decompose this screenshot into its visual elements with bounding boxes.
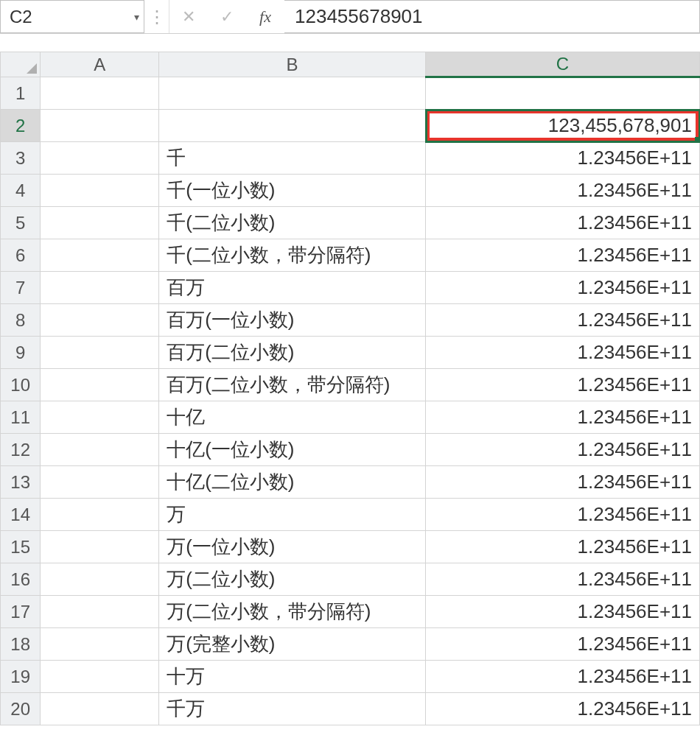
cell-B11[interactable]: 十亿 bbox=[159, 401, 426, 434]
formula-input[interactable]: 123455678901 bbox=[284, 0, 700, 33]
cell-A15[interactable] bbox=[41, 531, 159, 563]
cell-C11[interactable]: 1.23456E+11 bbox=[426, 401, 700, 434]
cell-B18[interactable]: 万(完整小数) bbox=[159, 628, 426, 661]
table-row: 7百万1.23456E+11 bbox=[1, 272, 700, 304]
table-row: 2123,455,678,901 bbox=[1, 110, 700, 142]
cell-B3[interactable]: 千 bbox=[159, 142, 426, 175]
row-header[interactable]: 1 bbox=[1, 77, 41, 110]
column-header-C[interactable]: C bbox=[426, 52, 700, 77]
row-header[interactable]: 4 bbox=[1, 175, 41, 207]
select-all-corner[interactable] bbox=[1, 52, 41, 77]
row-header[interactable]: 6 bbox=[1, 239, 41, 272]
cell-B9[interactable]: 百万(二位小数) bbox=[159, 337, 426, 369]
row-header[interactable]: 17 bbox=[1, 596, 41, 628]
cell-B6[interactable]: 千(二位小数，带分隔符) bbox=[159, 239, 426, 272]
table-row: 18万(完整小数)1.23456E+11 bbox=[1, 628, 700, 661]
row-header[interactable]: 18 bbox=[1, 628, 41, 661]
cell-B5[interactable]: 千(二位小数) bbox=[159, 207, 426, 239]
cell-A19[interactable] bbox=[41, 661, 159, 693]
cell-C8[interactable]: 1.23456E+11 bbox=[426, 304, 700, 337]
name-box-dropdown-icon[interactable]: ▾ bbox=[134, 11, 139, 23]
row-header[interactable]: 8 bbox=[1, 304, 41, 337]
cell-A5[interactable] bbox=[41, 207, 159, 239]
row-header[interactable]: 11 bbox=[1, 401, 41, 434]
cell-B16[interactable]: 万(二位小数) bbox=[159, 563, 426, 596]
cell-B12[interactable]: 十亿(一位小数) bbox=[159, 434, 426, 466]
row-header[interactable]: 12 bbox=[1, 434, 41, 466]
table-row: 17万(二位小数，带分隔符)1.23456E+11 bbox=[1, 596, 700, 628]
cell-B1[interactable] bbox=[159, 77, 426, 110]
cell-A12[interactable] bbox=[41, 434, 159, 466]
cell-C6[interactable]: 1.23456E+11 bbox=[426, 239, 700, 272]
row-header[interactable]: 3 bbox=[1, 142, 41, 175]
cell-A16[interactable] bbox=[41, 563, 159, 596]
cell-C15[interactable]: 1.23456E+11 bbox=[426, 531, 700, 563]
cell-B10[interactable]: 百万(二位小数，带分隔符) bbox=[159, 369, 426, 401]
table-row: 8百万(一位小数)1.23456E+11 bbox=[1, 304, 700, 337]
cell-B17[interactable]: 万(二位小数，带分隔符) bbox=[159, 596, 426, 628]
cell-A4[interactable] bbox=[41, 175, 159, 207]
table-row: 11十亿1.23456E+11 bbox=[1, 401, 700, 434]
cell-C9[interactable]: 1.23456E+11 bbox=[426, 337, 700, 369]
cell-C2[interactable]: 123,455,678,901 bbox=[426, 110, 700, 142]
cell-B13[interactable]: 十亿(二位小数) bbox=[159, 466, 426, 499]
row-header[interactable]: 10 bbox=[1, 369, 41, 401]
row-header[interactable]: 20 bbox=[1, 693, 41, 725]
cell-B8[interactable]: 百万(一位小数) bbox=[159, 304, 426, 337]
row-header[interactable]: 14 bbox=[1, 499, 41, 531]
table-row: 19十万1.23456E+11 bbox=[1, 661, 700, 693]
row-header[interactable]: 7 bbox=[1, 272, 41, 304]
enter-formula-icon[interactable]: ✓ bbox=[208, 0, 246, 33]
cell-B19[interactable]: 十万 bbox=[159, 661, 426, 693]
row-header[interactable]: 5 bbox=[1, 207, 41, 239]
insert-function-icon[interactable]: fx bbox=[246, 0, 284, 33]
formula-bar: C2 ▾ ⋮ ✕ ✓ fx 123455678901 bbox=[0, 0, 700, 34]
cell-A9[interactable] bbox=[41, 337, 159, 369]
row-header[interactable]: 13 bbox=[1, 466, 41, 499]
cell-B14[interactable]: 万 bbox=[159, 499, 426, 531]
cell-A13[interactable] bbox=[41, 466, 159, 499]
row-header[interactable]: 16 bbox=[1, 563, 41, 596]
cell-C3[interactable]: 1.23456E+11 bbox=[426, 142, 700, 175]
cell-A3[interactable] bbox=[41, 142, 159, 175]
cell-B15[interactable]: 万(一位小数) bbox=[159, 531, 426, 563]
column-header-B[interactable]: B bbox=[159, 52, 426, 77]
cell-A10[interactable] bbox=[41, 369, 159, 401]
cell-C16[interactable]: 1.23456E+11 bbox=[426, 563, 700, 596]
cell-C17[interactable]: 1.23456E+11 bbox=[426, 596, 700, 628]
row-header[interactable]: 19 bbox=[1, 661, 41, 693]
cell-C7[interactable]: 1.23456E+11 bbox=[426, 272, 700, 304]
cell-C18[interactable]: 1.23456E+11 bbox=[426, 628, 700, 661]
cell-A7[interactable] bbox=[41, 272, 159, 304]
cell-B20[interactable]: 千万 bbox=[159, 693, 426, 725]
cell-A2[interactable] bbox=[41, 110, 159, 142]
cell-A18[interactable] bbox=[41, 628, 159, 661]
cell-C1[interactable] bbox=[426, 77, 700, 110]
table-row: 20千万1.23456E+11 bbox=[1, 693, 700, 725]
row-header[interactable]: 9 bbox=[1, 337, 41, 369]
cell-C19[interactable]: 1.23456E+11 bbox=[426, 661, 700, 693]
cell-C13[interactable]: 1.23456E+11 bbox=[426, 466, 700, 499]
cell-A6[interactable] bbox=[41, 239, 159, 272]
cancel-formula-icon[interactable]: ✕ bbox=[169, 0, 208, 33]
cell-C10[interactable]: 1.23456E+11 bbox=[426, 369, 700, 401]
cell-A8[interactable] bbox=[41, 304, 159, 337]
cell-C20[interactable]: 1.23456E+11 bbox=[426, 693, 700, 725]
row-header[interactable]: 15 bbox=[1, 531, 41, 563]
cell-A20[interactable] bbox=[41, 693, 159, 725]
cell-A14[interactable] bbox=[41, 499, 159, 531]
table-row: 9百万(二位小数)1.23456E+11 bbox=[1, 337, 700, 369]
column-header-A[interactable]: A bbox=[41, 52, 159, 77]
cell-B2[interactable] bbox=[159, 110, 426, 142]
cell-A17[interactable] bbox=[41, 596, 159, 628]
cell-C4[interactable]: 1.23456E+11 bbox=[426, 175, 700, 207]
cell-C5[interactable]: 1.23456E+11 bbox=[426, 207, 700, 239]
cell-C14[interactable]: 1.23456E+11 bbox=[426, 499, 700, 531]
cell-B4[interactable]: 千(一位小数) bbox=[159, 175, 426, 207]
cell-A1[interactable] bbox=[41, 77, 159, 110]
cell-B7[interactable]: 百万 bbox=[159, 272, 426, 304]
name-box[interactable]: C2 ▾ bbox=[0, 0, 144, 33]
row-header[interactable]: 2 bbox=[1, 110, 41, 142]
cell-A11[interactable] bbox=[41, 401, 159, 434]
cell-C12[interactable]: 1.23456E+11 bbox=[426, 434, 700, 466]
